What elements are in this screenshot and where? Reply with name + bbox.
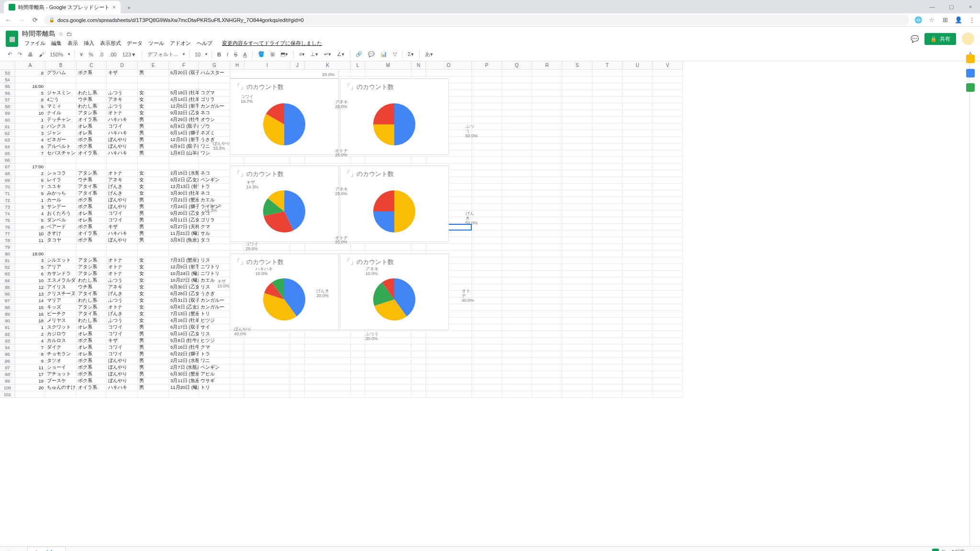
cell[interactable] <box>365 358 412 364</box>
row-header[interactable]: 55 <box>0 83 15 90</box>
cell[interactable] <box>592 331 623 338</box>
cell[interactable]: オレ系 <box>77 123 107 130</box>
cell[interactable] <box>592 311 623 318</box>
cell[interactable] <box>245 157 290 164</box>
cell[interactable]: ウチ系 <box>77 97 107 103</box>
cell[interactable] <box>653 217 683 224</box>
cell[interactable] <box>365 70 412 77</box>
cell[interactable] <box>623 244 653 251</box>
cell[interactable]: 3 <box>15 130 45 137</box>
cell[interactable] <box>532 311 562 318</box>
cell[interactable] <box>290 385 305 391</box>
cell[interactable]: カール <box>45 197 77 204</box>
cell[interactable] <box>623 231 653 237</box>
col-header-Q[interactable]: Q <box>502 61 532 70</box>
cell[interactable] <box>502 257 532 264</box>
cell[interactable] <box>562 318 592 324</box>
cell[interactable] <box>502 177 532 184</box>
cell[interactable]: 男 <box>138 204 169 210</box>
italic-icon[interactable]: I <box>225 51 230 58</box>
cell[interactable] <box>653 150 683 157</box>
cell[interactable]: オトナ <box>107 304 138 311</box>
cell[interactable] <box>592 378 623 385</box>
cell[interactable] <box>592 70 623 77</box>
cell[interactable] <box>472 251 502 257</box>
cell[interactable] <box>653 224 683 231</box>
cell[interactable] <box>532 137 562 143</box>
cell[interactable] <box>290 331 305 338</box>
url-field[interactable]: 🔒 docs.google.com/spreadsheets/d/1T3PQ8G… <box>44 15 909 25</box>
row-header[interactable]: 96 <box>0 358 15 364</box>
cell[interactable] <box>107 251 138 257</box>
cell[interactable] <box>351 338 365 344</box>
side-panel-toggle[interactable]: < <box>968 548 976 551</box>
cell[interactable] <box>532 177 562 184</box>
cell[interactable]: 男 <box>138 338 169 344</box>
cell[interactable]: ペンギン <box>199 177 230 184</box>
row-header[interactable]: 92 <box>0 331 15 338</box>
cell[interactable] <box>426 70 472 77</box>
extensions-icon[interactable]: ⊞ <box>941 16 949 23</box>
functions-icon[interactable]: Σ▾ <box>406 50 416 58</box>
col-header-S[interactable]: S <box>562 61 592 70</box>
cell[interactable] <box>562 344 592 351</box>
cell[interactable]: 女 <box>138 311 169 318</box>
cell[interactable] <box>592 364 623 371</box>
cell[interactable] <box>472 291 502 298</box>
cell[interactable] <box>502 291 532 298</box>
row-header[interactable]: 70 <box>0 184 15 190</box>
cell[interactable] <box>592 130 623 137</box>
cell[interactable] <box>562 385 592 391</box>
cell[interactable] <box>532 170 562 177</box>
cell[interactable] <box>623 291 653 298</box>
cell[interactable] <box>653 170 683 177</box>
row-header[interactable]: 66 <box>0 157 15 164</box>
cell[interactable] <box>502 331 532 338</box>
cell[interactable] <box>245 378 290 385</box>
row-header[interactable]: 56 <box>0 90 15 97</box>
cell[interactable] <box>653 204 683 210</box>
cell[interactable] <box>472 264 502 271</box>
cell[interactable]: 10月27日 (蠍座) <box>169 277 199 284</box>
cell[interactable] <box>502 83 532 90</box>
row-header[interactable]: 80 <box>0 251 15 257</box>
col-header-R[interactable]: R <box>532 61 562 70</box>
cell[interactable]: アヒル <box>199 371 230 378</box>
cell[interactable] <box>562 291 592 298</box>
cell[interactable] <box>169 391 199 398</box>
col-header-U[interactable]: U <box>623 61 653 70</box>
cell[interactable] <box>472 231 502 237</box>
cell[interactable]: カジロウ <box>45 331 77 338</box>
cell[interactable] <box>532 264 562 271</box>
cell[interactable]: 9月8日 (乙女座) <box>169 304 199 311</box>
percent-icon[interactable]: % <box>87 51 95 58</box>
row-header[interactable]: 87 <box>0 298 15 304</box>
cell[interactable] <box>138 77 169 83</box>
cell[interactable] <box>653 318 683 324</box>
cell[interactable] <box>426 391 472 398</box>
cell[interactable]: 女 <box>138 291 169 298</box>
cell[interactable] <box>305 364 351 371</box>
cell[interactable] <box>592 110 623 117</box>
cell[interactable] <box>532 324 562 331</box>
cell[interactable]: 3 <box>15 204 45 210</box>
cell[interactable] <box>77 83 107 90</box>
cell[interactable] <box>532 117 562 123</box>
cell[interactable] <box>426 371 472 378</box>
cell[interactable]: 5月8日 (牡牛座) <box>169 338 199 344</box>
cell[interactable] <box>532 130 562 137</box>
cell[interactable]: わたし系 <box>77 103 107 110</box>
cell[interactable] <box>562 264 592 271</box>
cell[interactable] <box>592 371 623 378</box>
cell[interactable]: ウチ系 <box>77 177 107 184</box>
close-window-icon[interactable]: × <box>961 0 980 13</box>
cell[interactable]: 10月24日 (蠍座) <box>169 271 199 277</box>
cell[interactable]: 男 <box>138 117 169 123</box>
keep-addon-icon[interactable] <box>966 69 975 77</box>
cell[interactable] <box>592 231 623 237</box>
menu-ファイル[interactable]: ファイル <box>22 39 48 48</box>
cell[interactable] <box>623 170 653 177</box>
row-header[interactable]: 81 <box>0 257 15 264</box>
cell[interactable] <box>623 391 653 398</box>
cell[interactable] <box>623 344 653 351</box>
